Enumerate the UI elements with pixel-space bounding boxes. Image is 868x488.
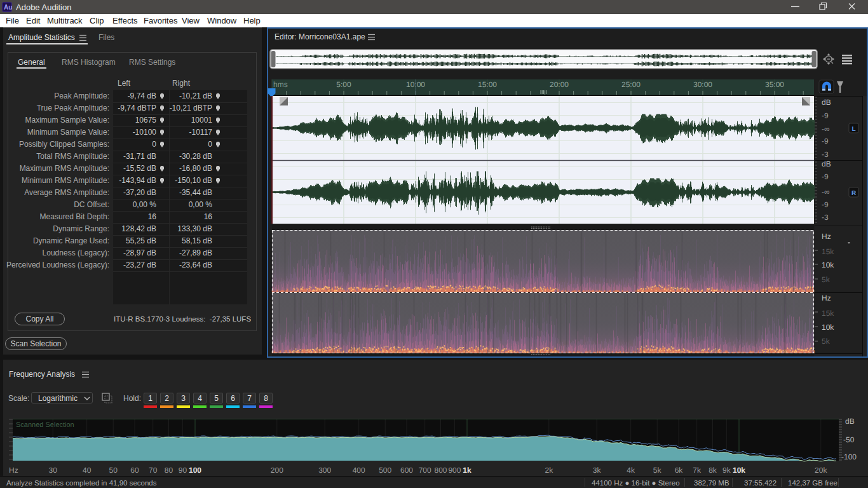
- svg-text:100: 100: [189, 466, 201, 475]
- svg-text:60: 60: [130, 466, 139, 475]
- svg-text:400: 400: [353, 466, 365, 475]
- svg-text:90: 90: [179, 466, 187, 475]
- svg-text:8k: 8k: [709, 466, 717, 475]
- svg-text:6k: 6k: [675, 466, 684, 475]
- svg-text:30: 30: [49, 466, 58, 475]
- svg-text:50: 50: [109, 466, 118, 475]
- svg-text:700: 700: [419, 466, 431, 475]
- svg-text:10k: 10k: [733, 466, 745, 475]
- svg-text:4k: 4k: [627, 466, 635, 475]
- svg-text:9k: 9k: [722, 466, 731, 475]
- svg-text:80: 80: [165, 466, 173, 475]
- svg-text:40: 40: [83, 466, 92, 475]
- svg-text:-100: -100: [841, 452, 857, 461]
- svg-text:600: 600: [400, 466, 413, 475]
- svg-text:200: 200: [271, 466, 283, 475]
- svg-text:5k: 5k: [653, 466, 662, 475]
- svg-text:800: 800: [434, 466, 447, 475]
- svg-text:7k: 7k: [693, 466, 702, 475]
- svg-text:dB: dB: [845, 417, 855, 426]
- svg-text:70: 70: [149, 466, 158, 475]
- svg-text:300: 300: [318, 466, 331, 475]
- svg-text:Hz: Hz: [9, 466, 18, 475]
- svg-text:1k: 1k: [463, 466, 471, 475]
- svg-text:Scanned Selection: Scanned Selection: [16, 421, 74, 429]
- svg-text:-50: -50: [843, 435, 855, 444]
- svg-text:2k: 2k: [545, 466, 553, 475]
- svg-text:900: 900: [448, 466, 461, 475]
- svg-text:20k: 20k: [815, 466, 827, 475]
- svg-text:3k: 3k: [593, 466, 602, 475]
- svg-text:500: 500: [379, 466, 391, 475]
